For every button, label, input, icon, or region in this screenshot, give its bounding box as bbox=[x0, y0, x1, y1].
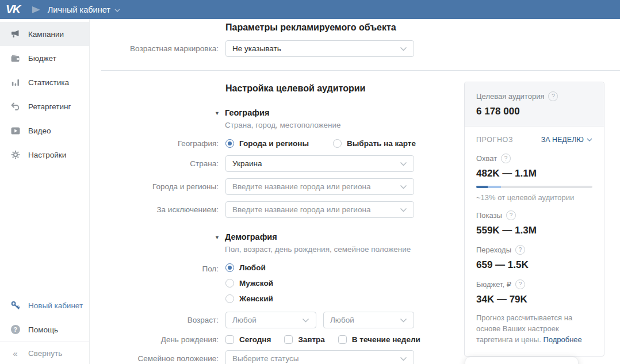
country-label: Страна: bbox=[90, 159, 225, 168]
sidebar-item-campaigns[interactable]: Кампании bbox=[0, 22, 89, 46]
age-marking-select[interactable]: Не указывать bbox=[225, 40, 414, 57]
progress-light bbox=[488, 186, 501, 188]
retarget-arrow-icon bbox=[10, 102, 20, 110]
reach-label: Охват bbox=[476, 154, 497, 163]
budget-label: Бюджет, ₽ bbox=[476, 280, 511, 289]
forecast-note: Прогноз рассчитывается на основе Ваших н… bbox=[476, 313, 592, 346]
impressions-label: Показы bbox=[476, 211, 502, 220]
bar-chart-icon bbox=[10, 78, 20, 86]
radio-gender-male[interactable]: Мужской bbox=[225, 279, 273, 288]
radio-icon bbox=[225, 139, 234, 148]
video-icon bbox=[10, 127, 20, 135]
sidebar-item-label: Кампании bbox=[28, 30, 64, 39]
impressions-value: 559K — 1.3M bbox=[476, 225, 592, 236]
sidebar-item-settings[interactable]: Настройки bbox=[0, 143, 89, 167]
chevron-down-icon bbox=[302, 318, 309, 323]
impressions-metric: Показы ? 559K — 1.3M bbox=[476, 210, 592, 236]
forecast-card: Целевая аудитория ? 6 178 000 ПРОГНОЗ ЗА… bbox=[464, 82, 604, 357]
radio-gender-any[interactable]: Любой bbox=[225, 263, 273, 272]
clicks-metric: Переходы ? 659 — 1.5K bbox=[476, 245, 592, 271]
help-icon[interactable]: ? bbox=[515, 245, 525, 255]
sidebar-item-label: Статистика bbox=[28, 78, 69, 87]
reach-progress-bar bbox=[476, 186, 592, 188]
country-select[interactable]: Украина bbox=[225, 155, 414, 172]
marital-select[interactable]: Выберите статусы bbox=[225, 350, 414, 364]
checkbox-label: В течение недели bbox=[352, 335, 420, 344]
campaign-flag-icon bbox=[32, 6, 41, 14]
account-switcher[interactable]: Личный кабинет bbox=[48, 5, 120, 14]
wallet-icon bbox=[10, 55, 20, 62]
radio-icon bbox=[225, 279, 234, 288]
sidebar-item-label: Ретаргетинг bbox=[28, 102, 71, 111]
vk-logo[interactable]: VK bbox=[6, 0, 20, 19]
age-from-select[interactable]: Любой bbox=[225, 312, 316, 328]
chevron-down-icon bbox=[587, 138, 592, 141]
radio-cities-regions[interactable]: Города и регионы bbox=[225, 139, 309, 148]
gear-icon bbox=[10, 150, 20, 159]
checkbox-label: Сегодня bbox=[239, 335, 271, 344]
sidebar-item-budget[interactable]: Бюджет bbox=[0, 46, 89, 70]
sidebar-item-statistics[interactable]: Статистика bbox=[0, 70, 89, 94]
age-marking-label: Возрастная маркировка: bbox=[90, 44, 225, 53]
chevron-down-icon bbox=[114, 9, 120, 12]
gender-label: Пол: bbox=[90, 263, 225, 273]
forecast-period-label: ЗА НЕДЕЛЮ bbox=[541, 136, 584, 144]
age-from-value: Любой bbox=[232, 316, 257, 324]
sidebar-footer: Новый кабинет ? Помощь « Свернуть bbox=[0, 293, 89, 364]
help-circle-icon: ? bbox=[10, 325, 20, 334]
radio-choose-on-map[interactable]: Выбрать на карте bbox=[333, 139, 416, 148]
next-card-peek bbox=[465, 357, 579, 364]
help-icon[interactable]: ? bbox=[506, 210, 516, 220]
checkbox-birthday-today[interactable]: Сегодня bbox=[225, 335, 271, 344]
sidebar-collapse-button[interactable]: « Свернуть bbox=[0, 342, 89, 364]
radio-label: Города и регионы bbox=[239, 139, 309, 148]
sidebar-item-new-cabinet[interactable]: Новый кабинет bbox=[0, 293, 89, 317]
radio-gender-female[interactable]: Женский bbox=[225, 294, 273, 303]
checkbox-birthday-week[interactable]: В течение недели bbox=[338, 335, 420, 344]
checkbox-icon bbox=[338, 335, 347, 344]
radio-label: Любой bbox=[239, 263, 266, 272]
chevron-down-icon bbox=[400, 185, 407, 189]
help-icon[interactable]: ? bbox=[515, 279, 525, 289]
section-divider bbox=[101, 70, 620, 71]
chevron-down-icon bbox=[400, 47, 407, 51]
checkbox-icon bbox=[225, 335, 234, 344]
checkbox-label: Завтра bbox=[298, 335, 324, 344]
clicks-label: Переходы bbox=[476, 246, 511, 254]
age-to-value: Любой bbox=[330, 316, 354, 324]
radio-icon bbox=[333, 139, 342, 148]
radio-label: Мужской bbox=[239, 279, 273, 288]
cities-input[interactable]: Введите название города или региона bbox=[225, 178, 414, 195]
sidebar: Кампании Бюджет Статистика Ретаргетинг В… bbox=[0, 19, 90, 364]
triangle-down-icon: ▼ bbox=[215, 108, 220, 129]
key-icon bbox=[10, 301, 20, 310]
target-audience-block: Целевая аудитория ? 6 178 000 bbox=[465, 82, 604, 127]
sidebar-item-video[interactable]: Видео bbox=[0, 118, 89, 143]
section-title-ad-object: Параметры рекламируемого объекта bbox=[225, 22, 620, 33]
forecast-more-link[interactable]: Подробнее bbox=[543, 335, 581, 344]
checkbox-birthday-tomorrow[interactable]: Завтра bbox=[284, 335, 324, 344]
geography-section-subtitle: Страна, город, местоположение bbox=[225, 121, 341, 129]
marital-label: Семейное положение: bbox=[90, 354, 225, 363]
checkbox-icon bbox=[284, 335, 293, 344]
double-chevron-left-icon: « bbox=[10, 348, 20, 358]
sidebar-item-label: Новый кабинет bbox=[28, 301, 83, 310]
exclude-input[interactable]: Введите название города или региона bbox=[225, 201, 414, 218]
sidebar-item-help[interactable]: ? Помощь bbox=[0, 317, 89, 342]
country-value: Украина bbox=[232, 159, 262, 168]
cities-placeholder: Введите название города или региона bbox=[232, 182, 370, 191]
reach-value: 482K — 1.1M bbox=[476, 168, 592, 179]
exclude-placeholder: Введите название города или региона bbox=[232, 205, 370, 214]
sidebar-item-retargeting[interactable]: Ретаргетинг bbox=[0, 94, 89, 118]
demography-section-subtitle: Пол, возраст, день рождения, семейное по… bbox=[225, 245, 411, 254]
age-label: Возраст: bbox=[90, 316, 225, 324]
radio-label: Выбрать на карте bbox=[347, 139, 416, 148]
forecast-period-dropdown[interactable]: ЗА НЕДЕЛЮ bbox=[541, 136, 592, 144]
sidebar-item-label: Настройки bbox=[28, 151, 66, 159]
age-to-select[interactable]: Любой bbox=[323, 312, 414, 328]
help-icon[interactable]: ? bbox=[548, 91, 558, 101]
radio-icon bbox=[225, 294, 234, 303]
forecast-heading: ПРОГНОЗ bbox=[476, 136, 513, 144]
help-icon[interactable]: ? bbox=[501, 154, 511, 163]
marital-placeholder: Выберите статусы bbox=[232, 354, 299, 363]
